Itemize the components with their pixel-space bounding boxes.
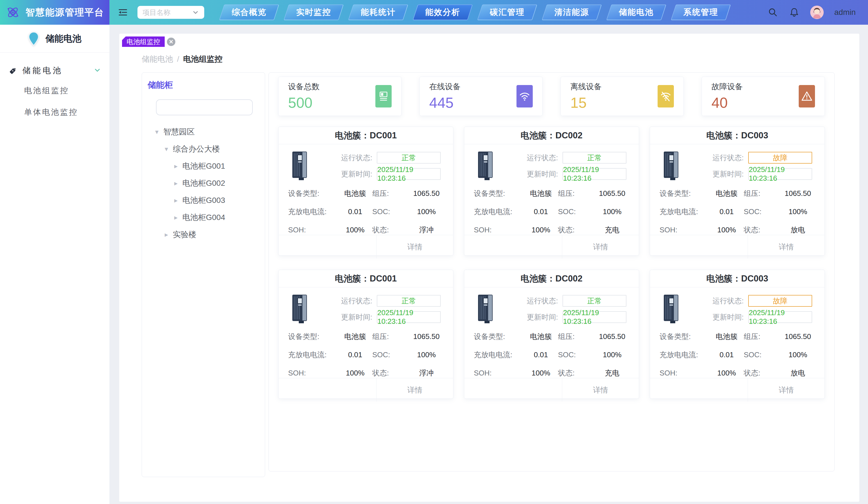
state-value: 浮冲 (409, 368, 444, 378)
tree-caret-icon[interactable]: ▾ (153, 128, 161, 136)
project-select[interactable]: 项目名称 (137, 6, 204, 19)
user-name[interactable]: admin (834, 8, 856, 17)
battery-cluster-card: 电池簇：DC003 运行状态: 故障 更新时间: 2025/11/19 10:2… (650, 126, 825, 256)
state-value: 放电 (781, 225, 815, 235)
breadcrumb-parent[interactable]: 储能电池 (142, 54, 173, 64)
top-navbar: 智慧能源管理平台 项目名称 综合概览实时监控能耗统计能效分析碳汇管理清洁能源储能… (0, 0, 868, 25)
breadcrumb: 储能电池 / 电池组监控 (142, 54, 223, 64)
tree-caret-icon[interactable]: ▸ (172, 196, 180, 204)
chevron-down-icon (192, 9, 199, 16)
cluster-card-title: 电池簇：DC001 (279, 127, 453, 144)
pack-voltage-value: 1065.50 (781, 189, 815, 198)
run-status-box: 正常 (562, 295, 627, 307)
nav-menu-item-综合概览[interactable]: 综合概览 (219, 4, 279, 20)
stat-card: 设备总数 500 (278, 76, 402, 116)
current-value: 0.01 (524, 350, 558, 359)
tree-node[interactable]: ▸ 电池柜G001 (147, 157, 265, 175)
detail-button[interactable]: 详情 (748, 378, 825, 402)
current-value: 0.01 (524, 207, 558, 216)
nav-menu-item-能耗统计[interactable]: 能耗统计 (348, 4, 408, 20)
project-select-placeholder: 项目名称 (143, 8, 192, 17)
app-title: 智慧能源管理平台 (25, 6, 104, 19)
soh-value: 100% (524, 226, 558, 234)
storage-cabinet-tree-card: 储能柜 ▾ 智慧园区 ▾ 综合办公大楼 ▸ 电池柜G001 ▸ 电池柜G002 … (142, 72, 265, 477)
stat-label: 设备总数 (288, 81, 320, 92)
nav-menu-item-能效分析[interactable]: 能效分析 (413, 4, 473, 20)
battery-cluster-card: 电池簇：DC003 运行状态: 故障 更新时间: 2025/11/19 10:2… (650, 270, 825, 399)
pack-voltage-value: 1065.50 (409, 332, 444, 341)
cluster-card-title: 电池簇：DC001 (279, 270, 453, 287)
detail-button[interactable]: 详情 (562, 235, 639, 258)
update-time-box: 2025/11/19 10:23:16 (562, 311, 627, 323)
nav-menu-item-清洁能源[interactable]: 清洁能源 (542, 4, 602, 20)
battery-device-image (663, 151, 681, 181)
sidebar-menu: 储能电池 电池组监控单体电池监控 (0, 53, 110, 123)
update-time-box: 2025/11/19 10:23:16 (377, 168, 441, 180)
detail-button[interactable]: 详情 (562, 378, 639, 402)
tree-caret-icon[interactable]: ▸ (172, 162, 180, 170)
detail-button[interactable]: 详情 (376, 378, 453, 402)
main-nav-menu: 综合概览实时监控能耗统计能效分析碳汇管理清洁能源储能电池系统管理 (221, 4, 728, 20)
nav-menu-item-系统管理[interactable]: 系统管理 (671, 4, 731, 20)
main-area: 电池组监控 ✕ 储能电池 / 电池组监控 储能柜 ▾ 智慧园区 ▾ 综合办公大楼… (110, 25, 868, 504)
detail-button[interactable]: 详情 (748, 235, 825, 258)
online-wifi-icon (516, 85, 533, 107)
nav-menu-item-碳汇管理[interactable]: 碳汇管理 (477, 4, 537, 20)
tree-node[interactable]: ▸ 电池柜G002 (147, 175, 265, 192)
tree-node[interactable]: ▸ 电池柜G004 (147, 209, 265, 226)
tree-caret-icon[interactable]: ▸ (172, 214, 180, 222)
soc-value: 100% (409, 207, 444, 216)
tree-caret-icon[interactable]: ▾ (162, 145, 170, 153)
avatar[interactable] (810, 6, 824, 19)
page-tag[interactable]: 电池组监控 (122, 37, 165, 47)
bell-icon[interactable] (789, 7, 799, 18)
nav-menu-item-储能电池[interactable]: 储能电池 (606, 4, 666, 20)
tree-node[interactable]: ▾ 智慧园区 (147, 123, 265, 140)
stat-label: 离线设备 (570, 81, 602, 92)
close-icon[interactable]: ✕ (167, 38, 175, 46)
tree-caret-icon[interactable]: ▸ (172, 179, 180, 187)
current-value: 0.01 (710, 207, 744, 216)
battery-cluster-card: 电池簇：DC002 运行状态: 正常 更新时间: 2025/11/19 10:2… (464, 126, 639, 256)
battery-device-image (292, 151, 309, 181)
stat-label: 在线设备 (429, 81, 461, 92)
soc-value: 100% (409, 350, 444, 359)
device-type-value: 电池簇 (524, 332, 558, 341)
sidebar-submenu-item[interactable]: 单体电池监控 (0, 101, 110, 123)
update-time-box: 2025/11/19 10:23:16 (748, 168, 812, 180)
sidebar-item-label: 储能电池 (22, 65, 63, 76)
current-value: 0.01 (338, 207, 372, 216)
current-value: 0.01 (338, 350, 372, 359)
menu-fold-icon[interactable] (117, 6, 129, 19)
stat-value: 445 (429, 94, 461, 111)
state-value: 充电 (595, 368, 629, 378)
search-icon[interactable] (767, 7, 778, 18)
content-panel: 电池组监控 ✕ 储能电池 / 电池组监控 储能柜 ▾ 智慧园区 ▾ 综合办公大楼… (119, 34, 859, 502)
tree-node[interactable]: ▸ 电池柜G003 (147, 192, 265, 209)
monitor-card: 设备总数 500 在线设备 445 离线设备 15 故障设备 40 电池簇：DC… (268, 72, 835, 472)
cluster-card-title: 电池簇：DC002 (464, 127, 639, 144)
device-type-value: 电池簇 (710, 188, 744, 198)
pack-voltage-value: 1065.50 (595, 189, 629, 198)
stats-row: 设备总数 500 在线设备 445 离线设备 15 故障设备 40 (278, 76, 825, 116)
sidebar-item-energy-storage[interactable]: 储能电池 (0, 62, 110, 80)
tree-caret-icon[interactable]: ▸ (162, 231, 170, 238)
run-status-box: 故障 (748, 152, 812, 164)
nav-menu-item-实时监控[interactable]: 实时监控 (283, 4, 344, 20)
battery-cluster-card: 电池簇：DC002 运行状态: 正常 更新时间: 2025/11/19 10:2… (464, 270, 639, 399)
detail-button[interactable]: 详情 (376, 235, 453, 258)
tree-search-input[interactable] (156, 99, 253, 115)
device-type-value: 电池簇 (710, 332, 744, 341)
stat-card: 在线设备 445 (420, 76, 542, 116)
sidebar-submenu-item[interactable]: 电池组监控 (0, 80, 110, 101)
sidebar-submenu: 电池组监控单体电池监控 (0, 80, 110, 123)
tree-node[interactable]: ▸ 实验楼 (147, 226, 265, 243)
stat-label: 故障设备 (712, 81, 743, 92)
state-value: 充电 (595, 225, 629, 235)
stat-value: 15 (570, 94, 602, 111)
update-time-box: 2025/11/19 10:23:16 (748, 311, 812, 323)
tree-node[interactable]: ▾ 综合办公大楼 (147, 140, 265, 157)
soh-value: 100% (338, 369, 372, 378)
soh-value: 100% (710, 226, 744, 234)
stat-value: 40 (712, 94, 743, 111)
